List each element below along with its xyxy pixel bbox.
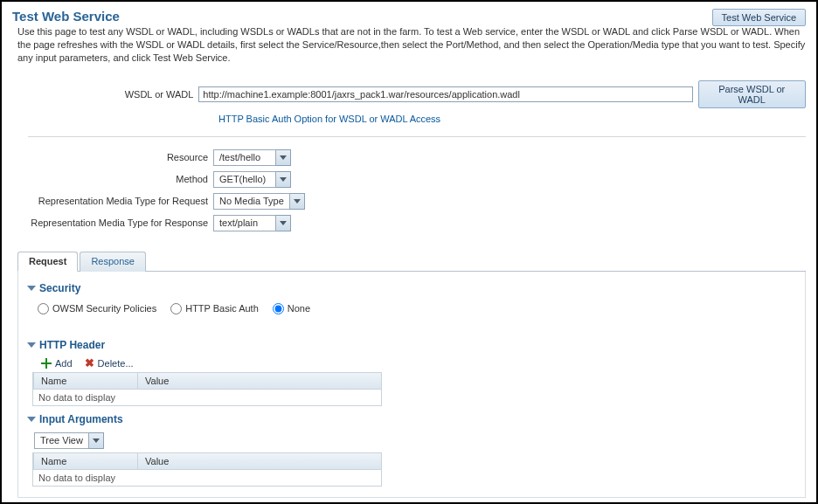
- dropdown-arrow-icon[interactable]: [276, 149, 291, 166]
- req-media-value: No Media Type: [213, 193, 290, 210]
- resource-select[interactable]: /test/hello: [213, 149, 291, 166]
- chevron-down-icon: [93, 438, 100, 443]
- resource-value: /test/hello: [213, 149, 276, 166]
- radio-none-input[interactable]: [273, 303, 284, 314]
- method-value: GET(hello): [213, 171, 276, 188]
- tab-response[interactable]: Response: [80, 252, 146, 272]
- chevron-down-icon: [280, 221, 287, 225]
- http-header-grid: Name Value No data to display: [32, 372, 382, 406]
- req-media-select[interactable]: No Media Type: [213, 193, 305, 210]
- wsdl-input[interactable]: [198, 86, 692, 102]
- radio-basic-input[interactable]: [170, 303, 182, 314]
- page-title: Test Web Service: [12, 9, 806, 24]
- dropdown-arrow-icon[interactable]: [290, 193, 305, 210]
- col-value-header[interactable]: Value: [138, 373, 381, 389]
- plus-icon: [41, 358, 52, 369]
- grid-empty-text: No data to display: [33, 390, 381, 405]
- radio-owsm-input[interactable]: [38, 303, 49, 314]
- chevron-down-icon: [280, 155, 287, 160]
- radio-basic[interactable]: HTTP Basic Auth: [170, 303, 259, 314]
- chevron-down-icon: [294, 199, 301, 204]
- delete-label: Delete...: [98, 358, 134, 369]
- intro-text: Use this page to test any WSDL or WADL, …: [12, 25, 806, 65]
- add-label: Add: [55, 358, 73, 369]
- radio-owsm-label: OWSM Security Policies: [52, 303, 156, 314]
- grid-empty-text: No data to display: [33, 470, 381, 486]
- radio-basic-label: HTTP Basic Auth: [185, 303, 259, 314]
- tab-request[interactable]: Request: [17, 252, 78, 272]
- res-media-label: Representation Media Type for Response: [28, 217, 213, 228]
- security-section-title: Security: [39, 282, 80, 294]
- dropdown-arrow-icon[interactable]: [276, 215, 291, 231]
- collapse-toggle-icon[interactable]: [27, 417, 36, 422]
- radio-none[interactable]: None: [273, 303, 310, 314]
- collapse-toggle-icon[interactable]: [27, 286, 36, 291]
- dropdown-arrow-icon[interactable]: [89, 432, 104, 449]
- delete-icon: ✖: [85, 358, 94, 369]
- res-media-value: text/plain: [213, 215, 276, 231]
- req-media-label: Representation Media Type for Request: [28, 196, 213, 206]
- http-header-section-title: HTTP Header: [39, 339, 105, 351]
- delete-button[interactable]: ✖ Delete...: [85, 358, 134, 369]
- col-name-header[interactable]: Name: [33, 373, 138, 389]
- resource-label: Resource: [28, 152, 213, 162]
- input-args-grid: Name Value No data to display: [32, 452, 382, 487]
- divider: [28, 136, 806, 137]
- view-select[interactable]: Tree View: [34, 432, 104, 449]
- security-radio-group: OWSM Security Policies HTTP Basic Auth N…: [27, 300, 796, 323]
- radio-owsm[interactable]: OWSM Security Policies: [38, 303, 156, 314]
- method-select[interactable]: GET(hello): [213, 171, 291, 188]
- test-web-service-button[interactable]: Test Web Service: [712, 9, 806, 26]
- col-name-header[interactable]: Name: [33, 453, 138, 469]
- parse-wsdl-button[interactable]: Parse WSDL or WADL: [698, 80, 807, 108]
- method-label: Method: [28, 174, 213, 184]
- http-basic-auth-link[interactable]: HTTP Basic Auth Option for WSDL or WADL …: [218, 114, 440, 124]
- chevron-down-icon: [280, 177, 287, 182]
- radio-none-label: None: [288, 303, 310, 314]
- col-value-header[interactable]: Value: [138, 453, 381, 469]
- tab-bar: Request Response: [17, 251, 806, 272]
- res-media-select[interactable]: text/plain: [213, 215, 291, 231]
- dropdown-arrow-icon[interactable]: [276, 171, 291, 188]
- input-args-section-title: Input Arguments: [39, 413, 123, 425]
- view-value: Tree View: [34, 432, 89, 449]
- wsdl-label: WSDL or WADL: [28, 89, 198, 100]
- add-button[interactable]: Add: [41, 358, 73, 369]
- collapse-toggle-icon[interactable]: [27, 342, 36, 348]
